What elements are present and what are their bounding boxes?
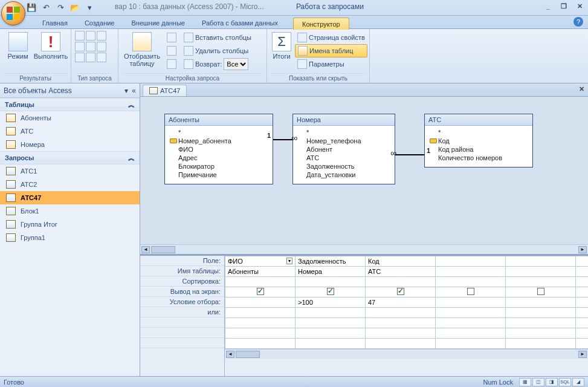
- tab-design[interactable]: Конструктор: [293, 18, 349, 30]
- field-kod-rayona[interactable]: Код района: [430, 145, 528, 154]
- delete-rows-button[interactable]: [164, 44, 179, 57]
- minimize-button[interactable]: _: [543, 2, 553, 12]
- qbe-table-c3[interactable]: АТС: [366, 267, 436, 277]
- make-table-icon[interactable]: [86, 31, 95, 41]
- nav-query-gruppa-itog[interactable]: Группа Итог: [0, 218, 140, 231]
- field-kolichestvo-nomerov[interactable]: Количество номеров: [430, 154, 528, 162]
- h-scrollbar[interactable]: ◄ ►: [140, 244, 588, 254]
- show-table-button[interactable]: Отобразить таблицу: [122, 31, 162, 72]
- scroll-thumb[interactable]: [151, 246, 175, 253]
- append-icon[interactable]: [97, 31, 106, 41]
- field-nomer-telefona[interactable]: Номер_телефона: [298, 137, 390, 145]
- qbe-table-c1[interactable]: Абоненты: [225, 267, 296, 277]
- crosstab-icon[interactable]: [86, 42, 95, 51]
- qbe-show-c4[interactable]: [467, 288, 474, 295]
- view-button[interactable]: Режим: [4, 31, 32, 72]
- office-button[interactable]: [1, 1, 25, 25]
- field-blokirator[interactable]: Блокиратор: [170, 162, 268, 171]
- table-box-abonenty[interactable]: Абоненты * Номер_абонента ФИО Адрес Блок…: [164, 114, 273, 184]
- insert-columns-button[interactable]: Вставить столбцы: [181, 31, 254, 44]
- field-abonent[interactable]: Абонент: [298, 145, 390, 154]
- field-kod[interactable]: Код: [430, 137, 528, 145]
- nav-table-abonenty[interactable]: Абоненты: [0, 111, 140, 125]
- nav-group-tables[interactable]: Таблицы︽: [0, 98, 140, 111]
- scroll-right-icon[interactable]: ►: [578, 351, 587, 358]
- help-icon[interactable]: ?: [573, 17, 583, 27]
- field-star[interactable]: *: [170, 128, 268, 137]
- delete-query-icon[interactable]: [97, 42, 106, 51]
- qbe-criteria-c2[interactable]: >100: [296, 298, 366, 308]
- view-pivottable-icon[interactable]: ◫: [532, 378, 544, 386]
- table-names-button[interactable]: Имена таблиц: [295, 44, 367, 57]
- return-select[interactable]: Все: [224, 58, 248, 70]
- field-nomer-abonenta[interactable]: Номер_абонента: [170, 137, 268, 145]
- open-icon[interactable]: 📂: [69, 2, 81, 14]
- doc-close-icon[interactable]: ✕: [579, 85, 584, 93]
- field-star[interactable]: *: [430, 128, 528, 137]
- parameters-button[interactable]: Параметры: [295, 57, 367, 71]
- scroll-right-icon[interactable]: ►: [578, 246, 587, 253]
- qbe-field-c1[interactable]: ФИО▾: [225, 256, 296, 267]
- table-box-ats[interactable]: АТС * Код Код района Количество номеров: [424, 114, 533, 167]
- scroll-left-icon[interactable]: ◄: [141, 246, 150, 253]
- maximize-button[interactable]: ❐: [559, 2, 569, 12]
- passthrough-icon[interactable]: [86, 53, 95, 62]
- qbe-show-c5[interactable]: [537, 288, 544, 295]
- tab-external-data[interactable]: Внешние данные: [123, 17, 193, 28]
- dropdown-icon[interactable]: ▾: [286, 258, 292, 264]
- field-primechanie[interactable]: Примечание: [170, 171, 268, 179]
- nav-query-ats1[interactable]: АТС1: [0, 164, 140, 178]
- doc-tab-ats47[interactable]: АТС47: [143, 85, 187, 96]
- qbe-criteria-c1[interactable]: [225, 298, 296, 308]
- nav-group-queries[interactable]: Запросы︽: [0, 151, 140, 164]
- undo-icon[interactable]: ↶: [40, 2, 52, 14]
- nav-query-ats2[interactable]: АТС2: [0, 178, 140, 191]
- property-sheet-button[interactable]: Страница свойств: [295, 31, 367, 44]
- nav-collapse-icon[interactable]: «: [132, 86, 136, 95]
- nav-table-nomera[interactable]: Номера: [0, 138, 140, 151]
- qbe-show-c1[interactable]: [257, 288, 264, 295]
- tab-create[interactable]: Создание: [76, 17, 123, 28]
- union-icon[interactable]: [75, 53, 85, 62]
- close-button[interactable]: ✕: [575, 2, 584, 12]
- tab-home[interactable]: Главная: [34, 17, 76, 28]
- nav-header[interactable]: Все объекты Access ▾ «: [0, 83, 140, 98]
- qbe-criteria-c3[interactable]: 47: [366, 298, 436, 308]
- view-sql-icon[interactable]: SQL: [559, 378, 571, 386]
- delete-columns-button[interactable]: Удалить столбцы: [181, 44, 254, 57]
- builder-button[interactable]: [164, 57, 179, 71]
- insert-rows-button[interactable]: [164, 31, 179, 44]
- nav-dropdown-icon[interactable]: ▾: [124, 86, 128, 95]
- field-zadolzhennost[interactable]: Задолженность: [298, 162, 390, 171]
- nav-query-ats47[interactable]: АТС47: [0, 191, 140, 204]
- nav-query-blok1[interactable]: Блок1: [0, 204, 140, 218]
- run-button[interactable]: !Выполнить: [34, 31, 67, 72]
- view-datasheet-icon[interactable]: ▦: [519, 378, 531, 386]
- qbe-field-c3[interactable]: Код: [366, 256, 436, 267]
- qbe-show-c2[interactable]: [327, 288, 334, 295]
- table-box-nomera[interactable]: Номера * Номер_телефона Абонент АТС Задо…: [292, 114, 395, 184]
- query-design-surface[interactable]: Абоненты * Номер_абонента ФИО Адрес Блок…: [140, 97, 588, 255]
- qat-more-icon[interactable]: ▾: [83, 2, 95, 14]
- view-pivotchart-icon[interactable]: ◨: [546, 378, 558, 386]
- field-fio[interactable]: ФИО: [170, 145, 268, 154]
- qbe-h-scrollbar[interactable]: ◄ ►: [225, 349, 588, 359]
- field-adres[interactable]: Адрес: [170, 154, 268, 162]
- update-icon[interactable]: [75, 42, 85, 51]
- totals-button[interactable]: ΣИтоги: [271, 31, 292, 72]
- qbe-show-c3[interactable]: [397, 288, 404, 295]
- scroll-thumb[interactable]: [236, 351, 260, 358]
- qbe-field-c2[interactable]: Задолженность: [296, 256, 366, 267]
- view-design-icon[interactable]: ◢: [572, 378, 584, 386]
- scroll-left-icon[interactable]: ◄: [226, 351, 234, 358]
- tab-database-tools[interactable]: Работа с базами данных: [193, 17, 286, 28]
- field-star[interactable]: *: [298, 128, 390, 137]
- field-data-ustanovki[interactable]: Дата_установки: [298, 171, 390, 179]
- qbe-table-c2[interactable]: Номера: [296, 267, 366, 277]
- qbe-table[interactable]: ФИО▾ Задолженность Код Абоненты Номера А…: [225, 256, 588, 349]
- nav-query-gruppa1[interactable]: Группа1: [0, 231, 140, 244]
- save-icon[interactable]: 💾: [25, 2, 37, 14]
- redo-icon[interactable]: ↷: [54, 2, 66, 14]
- select-query-icon[interactable]: [75, 31, 85, 41]
- nav-table-ats[interactable]: АТС: [0, 125, 140, 138]
